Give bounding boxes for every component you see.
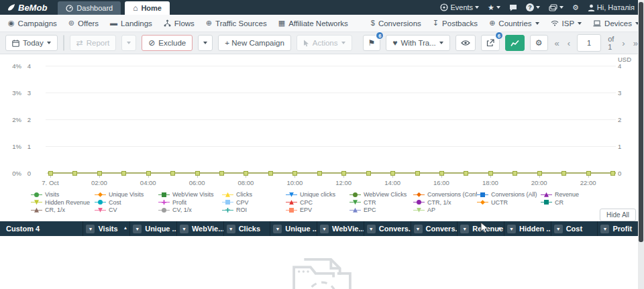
nav-traffic-sources[interactable]: ⊕Traffic Sources xyxy=(206,19,267,27)
filter-funnel-icon[interactable]: ▼ xyxy=(180,225,189,233)
flag-filter-button[interactable]: ⚑ 6 xyxy=(363,35,381,51)
group-column-header[interactable]: Custom 4 xyxy=(0,221,83,236)
column-header-visits[interactable]: ▼Visits▲ xyxy=(83,221,129,236)
nav-landings[interactable]: ▬Landings xyxy=(110,19,152,27)
nav-devices[interactable]: Devices xyxy=(593,19,639,27)
settings-menu[interactable]: ⚙ xyxy=(572,4,579,11)
grid-settings-button[interactable]: ⚙ xyxy=(530,35,548,51)
legend-item[interactable]: Cost xyxy=(95,199,158,207)
legend-item[interactable]: WebView Visits xyxy=(158,191,222,198)
data-point-marker[interactable] xyxy=(439,171,444,176)
first-page-button[interactable]: « xyxy=(553,39,561,48)
exclude-dropdown-button[interactable] xyxy=(198,35,213,51)
share-button[interactable]: 6 xyxy=(481,35,500,51)
favorites-menu[interactable]: ★ xyxy=(488,4,500,11)
legend-item[interactable]: Unique clicks xyxy=(286,191,350,198)
column-header-convers[interactable]: ▼Convers... xyxy=(411,221,458,236)
column-header-profit[interactable]: ▼Profit xyxy=(597,221,644,236)
vertical-scrollbar[interactable] xyxy=(638,0,644,289)
data-point-marker[interactable] xyxy=(513,171,517,176)
data-point-marker[interactable] xyxy=(170,171,175,176)
legend-item[interactable]: Conversions (Confirmed) xyxy=(413,191,477,198)
nav-offers[interactable]: ⊚Offers xyxy=(68,19,99,27)
data-point-marker[interactable] xyxy=(72,171,77,176)
data-point-marker[interactable] xyxy=(488,171,493,176)
nav-conversions[interactable]: $Conversions xyxy=(371,19,421,27)
tab-home[interactable]: ⌂ Home xyxy=(125,1,170,15)
data-point-marker[interactable] xyxy=(317,171,322,176)
billing-menu[interactable] xyxy=(549,4,564,11)
legend-item[interactable]: CV, 1/x xyxy=(158,207,222,214)
user-menu[interactable]: Hi, Наталія xyxy=(588,3,635,11)
events-menu[interactable]: Events xyxy=(440,3,479,11)
data-point-marker[interactable] xyxy=(195,171,200,176)
data-point-marker[interactable] xyxy=(292,171,297,176)
data-point-marker[interactable] xyxy=(561,171,566,176)
data-point-marker[interactable] xyxy=(268,171,273,176)
scrollbar-thumb[interactable] xyxy=(639,2,643,242)
nav-flows[interactable]: Flows xyxy=(164,19,195,27)
nav-affiliate-networks[interactable]: ▦Affiliate Networks xyxy=(278,19,348,27)
filter-funnel-icon[interactable]: ▼ xyxy=(600,225,609,233)
column-header-webvie[interactable]: ▼WebVie... xyxy=(317,221,364,236)
exclude-button[interactable]: ⊘ Exclude xyxy=(142,35,193,51)
nav-countries[interactable]: ⊕Countries xyxy=(489,19,539,27)
legend-item[interactable]: ROI xyxy=(222,207,286,214)
legend-item[interactable]: Conversions (All) xyxy=(477,191,541,198)
column-header-webvie[interactable]: ▼WebVie... xyxy=(176,221,223,236)
column-header-hidden[interactable]: ▼Hidden ... xyxy=(504,221,551,236)
filter-funnel-icon[interactable]: ▼ xyxy=(320,225,329,233)
legend-item[interactable]: CPV xyxy=(222,199,286,207)
legend-item[interactable]: CPC xyxy=(286,199,350,207)
filter-funnel-icon[interactable]: ▼ xyxy=(133,225,142,233)
data-point-marker[interactable] xyxy=(464,171,468,176)
data-point-marker[interactable] xyxy=(244,171,248,176)
legend-item[interactable]: AP xyxy=(413,207,477,214)
data-point-marker[interactable] xyxy=(146,171,151,176)
legend-item[interactable]: EPV xyxy=(286,207,350,214)
sort-asc-icon[interactable]: ▲ xyxy=(498,225,502,230)
filter-funnel-icon[interactable]: ▼ xyxy=(554,225,563,233)
filter-funnel-icon[interactable]: ▼ xyxy=(507,225,516,233)
legend-item[interactable]: CV xyxy=(95,207,158,214)
legend-item[interactable]: Unique Visits xyxy=(95,191,158,198)
next-page-button[interactable]: › xyxy=(621,39,626,48)
legend-item[interactable]: UCTR xyxy=(477,199,541,207)
data-point-marker[interactable] xyxy=(121,171,126,176)
tab-dashboard[interactable]: Dashboard xyxy=(58,1,121,15)
date-range-button[interactable]: Today xyxy=(5,35,58,51)
prev-page-button[interactable]: ‹ xyxy=(566,39,572,48)
data-point-marker[interactable] xyxy=(341,171,346,176)
nav-postbacks[interactable]: ↧Postbacks xyxy=(433,19,478,27)
data-point-marker[interactable] xyxy=(610,171,615,176)
data-point-marker[interactable] xyxy=(48,171,53,176)
legend-item[interactable]: Visits xyxy=(31,191,95,198)
legend-item[interactable]: CR xyxy=(541,199,604,207)
legend-item[interactable]: Clicks xyxy=(222,191,286,198)
report-dropdown-button[interactable] xyxy=(121,35,136,51)
bemob-logo[interactable]: BeMob xyxy=(0,0,54,15)
column-header-clicks[interactable]: ▼Clicks xyxy=(223,221,270,236)
column-header-unique[interactable]: ▼Unique ... xyxy=(129,221,176,236)
data-point-marker[interactable] xyxy=(97,171,102,176)
chart-toggle-button[interactable] xyxy=(505,35,525,51)
legend-item[interactable]: Revenue xyxy=(541,191,604,198)
data-point-marker[interactable] xyxy=(537,171,542,176)
data-point-marker[interactable] xyxy=(366,171,371,176)
sort-asc-icon[interactable]: ▲ xyxy=(123,225,127,230)
hide-all-button[interactable]: Hide All xyxy=(600,209,636,221)
chat-button[interactable] xyxy=(509,4,517,11)
actions-button[interactable]: Actions xyxy=(297,35,352,51)
data-point-marker[interactable] xyxy=(586,171,591,176)
page-number-input[interactable] xyxy=(577,34,601,52)
report-button[interactable]: ⇄ Report xyxy=(70,35,117,51)
filter-funnel-icon[interactable]: ▼ xyxy=(367,225,376,233)
filter-funnel-icon[interactable]: ▼ xyxy=(460,225,469,233)
data-point-marker[interactable] xyxy=(390,171,395,176)
legend-item[interactable]: CR, 1/x xyxy=(31,207,95,214)
data-point-marker[interactable] xyxy=(415,171,420,176)
help-menu[interactable]: ? xyxy=(526,3,540,11)
legend-item[interactable]: Profit xyxy=(158,199,222,207)
column-header-convers[interactable]: ▼Convers... xyxy=(364,221,411,236)
new-campaign-button[interactable]: + New Campaign xyxy=(218,35,291,51)
